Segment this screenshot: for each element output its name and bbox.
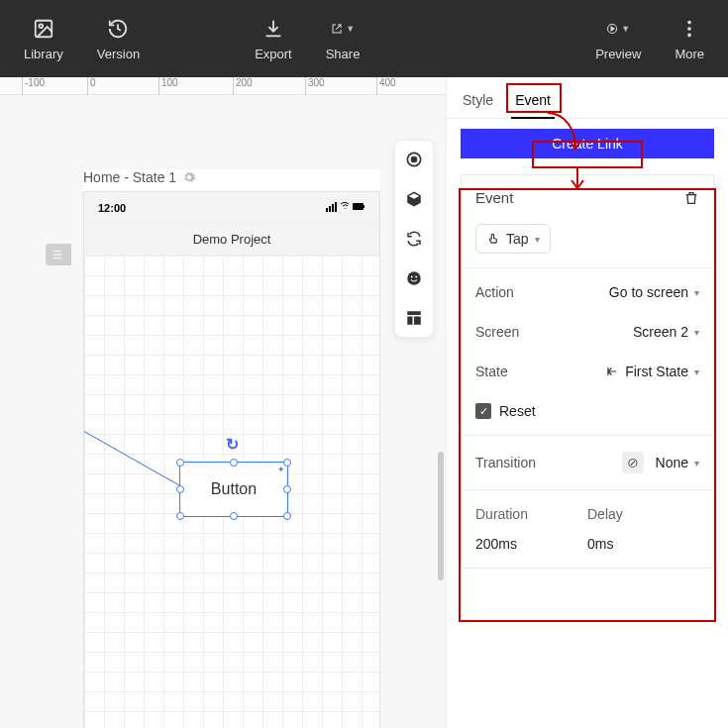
svg-line-12 xyxy=(84,384,179,485)
create-link-button[interactable]: Create Link xyxy=(461,129,714,158)
tab-style[interactable]: Style xyxy=(459,84,497,118)
status-time: 12:00 xyxy=(98,202,126,214)
history-icon xyxy=(106,17,130,41)
tap-icon xyxy=(486,232,500,246)
refresh-icon[interactable] xyxy=(403,228,425,250)
svg-rect-19 xyxy=(407,317,412,325)
export-button[interactable]: Export xyxy=(249,13,298,65)
device-frame: Home - State 1 12:00 Demo Project ↻ xyxy=(83,169,380,728)
svg-rect-9 xyxy=(335,202,337,212)
chevron-down-icon: ▾ xyxy=(694,327,699,338)
smiley-icon[interactable] xyxy=(403,267,425,289)
svg-point-15 xyxy=(407,271,421,285)
chevron-down-icon: ▾ xyxy=(694,287,699,298)
selected-button-element[interactable]: ↻ ✦ Button xyxy=(179,462,288,517)
action-label: Action xyxy=(475,284,514,300)
share-label: Share xyxy=(326,47,361,61)
phone-mockup: 12:00 Demo Project ↻ ✦ Button xyxy=(83,191,380,728)
svg-rect-8 xyxy=(332,204,334,212)
transition-selector[interactable]: ⊘ None▾ xyxy=(622,452,699,473)
svg-point-4 xyxy=(687,27,691,31)
phone-canvas[interactable]: ↻ ✦ Button xyxy=(84,256,379,728)
ruler-tick: 400 xyxy=(376,77,396,95)
app-header: Demo Project xyxy=(84,224,379,256)
ruler-tick: 300 xyxy=(305,77,325,95)
resize-handle[interactable] xyxy=(283,485,291,493)
version-button[interactable]: Version xyxy=(91,13,146,65)
play-icon: ▼ xyxy=(606,17,630,41)
svg-rect-18 xyxy=(407,311,421,315)
resize-handle[interactable] xyxy=(283,512,291,520)
svg-rect-6 xyxy=(326,208,328,212)
panel-tabs: Style Event xyxy=(447,77,728,119)
screen-title[interactable]: Home - State 1 xyxy=(83,169,380,185)
svg-rect-7 xyxy=(329,206,331,212)
library-label: Library xyxy=(24,47,63,61)
more-vert-icon xyxy=(677,17,701,41)
ruler-tick: -100 xyxy=(22,77,45,95)
reset-checkbox[interactable]: ✓ xyxy=(475,403,491,419)
target-icon[interactable] xyxy=(403,149,425,170)
preview-button[interactable]: ▼ Preview xyxy=(589,13,647,65)
more-label: More xyxy=(675,47,704,61)
reset-label: Reset xyxy=(499,403,536,419)
chevron-down-icon: ▾ xyxy=(694,366,699,377)
duration-value[interactable]: 200ms xyxy=(475,536,587,552)
event-section-title: Event xyxy=(475,189,513,206)
gear-icon[interactable] xyxy=(182,170,196,184)
element-label: Button xyxy=(211,480,257,498)
layout-icon[interactable] xyxy=(403,307,425,329)
top-toolbar: Library Version Export ▼ Share ▼ Preview… xyxy=(0,0,728,77)
cube-icon[interactable] xyxy=(403,188,425,210)
svg-rect-20 xyxy=(414,317,421,325)
canvas-area[interactable]: -100 0 100 200 300 400 Home - State 1 12… xyxy=(0,77,446,728)
resize-handle[interactable] xyxy=(176,459,184,467)
state-label: State xyxy=(475,364,508,379)
none-icon: ⊘ xyxy=(622,452,644,473)
resize-handle[interactable] xyxy=(230,459,238,467)
library-button[interactable]: Library xyxy=(18,13,69,65)
ruler-tick: 100 xyxy=(158,77,178,95)
tab-event[interactable]: Event xyxy=(511,84,555,118)
svg-point-14 xyxy=(412,157,417,162)
chevron-down-icon: ▾ xyxy=(694,458,699,468)
delay-value[interactable]: 0ms xyxy=(587,536,699,552)
screen-label: Screen xyxy=(475,324,519,340)
left-drawer-toggle[interactable] xyxy=(46,244,71,265)
svg-rect-11 xyxy=(364,205,364,208)
svg-point-1 xyxy=(39,24,43,28)
svg-point-16 xyxy=(411,276,413,278)
delete-event-button[interactable] xyxy=(683,190,699,206)
vertical-scrollbar[interactable] xyxy=(438,452,444,580)
chevron-down-icon: ▾ xyxy=(535,234,540,245)
resize-handle[interactable] xyxy=(176,485,184,493)
resize-handle[interactable] xyxy=(283,459,291,467)
share-button[interactable]: ▼ Share xyxy=(320,13,366,65)
delay-label: Delay xyxy=(587,506,699,522)
inspector-panel: Style Event Create Link Event Tap xyxy=(446,77,728,728)
trigger-selector[interactable]: Tap ▾ xyxy=(475,224,551,254)
transition-label: Transition xyxy=(475,455,536,470)
preview-label: Preview xyxy=(595,47,641,61)
status-indicators xyxy=(326,202,365,214)
version-label: Version xyxy=(97,47,140,61)
horizontal-ruler: -100 0 100 200 300 400 xyxy=(0,77,446,95)
more-button[interactable]: More xyxy=(669,13,710,65)
rotate-handle[interactable]: ↻ xyxy=(226,435,239,454)
svg-point-17 xyxy=(415,276,417,278)
svg-rect-10 xyxy=(353,203,364,210)
action-selector[interactable]: Go to screen▾ xyxy=(609,284,699,300)
floating-tool-palette xyxy=(394,140,434,338)
download-icon xyxy=(261,17,285,41)
status-bar: 12:00 xyxy=(84,192,379,224)
resize-handle[interactable] xyxy=(176,512,184,520)
resize-handle[interactable] xyxy=(230,512,238,520)
ruler-tick: 200 xyxy=(233,77,253,95)
share-icon: ▼ xyxy=(331,17,355,41)
state-selector[interactable]: First State▾ xyxy=(605,364,699,379)
screen-selector[interactable]: Screen 2▾ xyxy=(633,324,699,340)
svg-point-3 xyxy=(687,20,691,24)
first-state-icon xyxy=(605,364,619,378)
ruler-tick: 0 xyxy=(87,77,96,95)
duration-label: Duration xyxy=(475,506,587,522)
